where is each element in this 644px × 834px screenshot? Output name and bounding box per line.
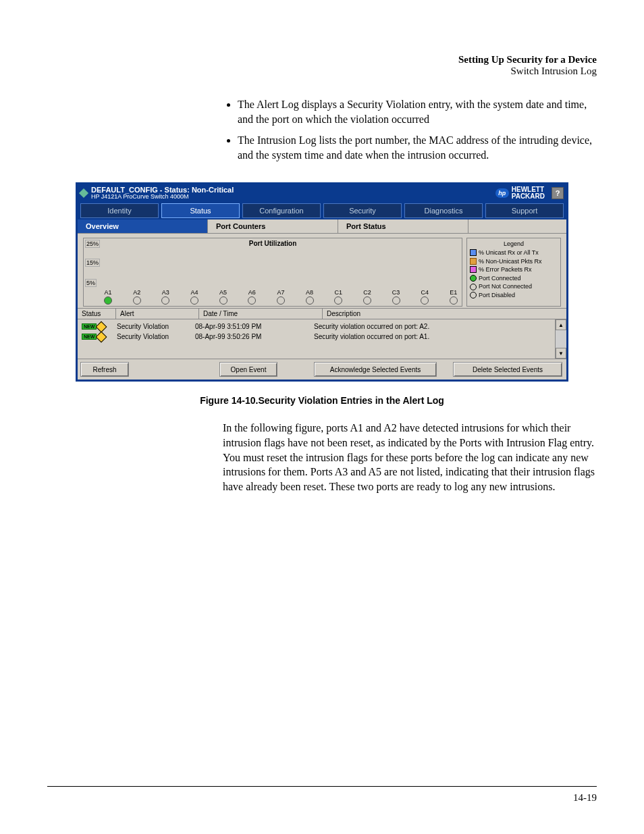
- header-title: Setting Up Security for a Device: [47, 54, 597, 66]
- chart-title: Port Utilization: [84, 240, 462, 247]
- window-subtitle: HP J4121A ProCurve Switch 4000M: [91, 194, 234, 200]
- bullet-item: The Intrusion Log lists the port number,…: [238, 133, 597, 162]
- help-button[interactable]: ?: [552, 187, 564, 199]
- port-column: E1: [450, 289, 458, 305]
- port-column: A8: [306, 289, 314, 305]
- delete-button[interactable]: Delete Selected Events: [453, 362, 562, 377]
- chart-legend: Legend % Unicast Rx or All Tx % Non-Unic…: [466, 238, 561, 307]
- chart-area: Port Utilization 25% 15% 5% A1A2A3A4A5A6…: [78, 234, 566, 308]
- port-column: A3: [161, 289, 169, 305]
- legend-swatch-icon: [470, 275, 477, 282]
- warning-icon: [96, 321, 107, 332]
- port-status-icon: [248, 296, 256, 305]
- port-status-icon: [334, 296, 342, 305]
- sub-nav: Overview Port Counters Port Status: [78, 219, 566, 234]
- alert-row[interactable]: NEWSecurity Violation08-Apr-99 3:51:09 P…: [82, 321, 551, 332]
- legend-swatch-icon: [470, 266, 477, 273]
- refresh-button[interactable]: Refresh: [80, 362, 129, 377]
- port-label: C1: [334, 289, 342, 296]
- status-icon: [79, 188, 88, 198]
- port-label: A1: [104, 289, 111, 296]
- port-status-icon: [219, 296, 227, 305]
- port-column: A1: [104, 289, 112, 305]
- bullet-list: The Alert Log displays a Security Violat…: [223, 97, 597, 162]
- col-description[interactable]: Description: [323, 309, 566, 319]
- port-status-icon: [190, 296, 198, 305]
- new-badge: NEW: [82, 334, 97, 340]
- open-event-button[interactable]: Open Event: [219, 362, 277, 377]
- subtab-port-status[interactable]: Port Status: [338, 219, 468, 234]
- subtab-overview[interactable]: Overview: [78, 219, 208, 234]
- tab-support[interactable]: Support: [485, 203, 564, 218]
- port-status-icon: [392, 296, 400, 305]
- titlebar: DEFAULT_CONFIG - Status: Non-Critical HP…: [78, 184, 566, 202]
- port-label: A5: [219, 289, 227, 296]
- main-nav: Identity Status Configuration Security D…: [78, 202, 566, 219]
- port-status-icon: [161, 296, 169, 305]
- legend-swatch-icon: [470, 292, 477, 298]
- alert-table-body: NEWSecurity Violation08-Apr-99 3:51:09 P…: [78, 319, 566, 359]
- legend-swatch-icon: [470, 258, 477, 265]
- button-row: Refresh Open Event Acknowledge Selected …: [78, 359, 566, 380]
- port-label: E1: [450, 289, 457, 296]
- page-header: Setting Up Security for a Device Switch …: [47, 54, 597, 77]
- page-number: 14-19: [573, 792, 597, 804]
- port-status-icon: [421, 296, 429, 305]
- port-label: C2: [363, 289, 371, 296]
- figure-caption: Figure 14-10.Security Violation Entries …: [78, 395, 566, 406]
- port-column: A7: [277, 289, 285, 305]
- y-tick: 15%: [85, 259, 100, 267]
- legend-title: Legend: [470, 240, 558, 249]
- port-status-icon: [133, 296, 141, 305]
- legend-swatch-icon: [470, 249, 477, 256]
- alert-type: Security Violation: [117, 323, 195, 330]
- hp-logo: hp HEWLETT PACKARD: [495, 186, 545, 200]
- alert-type: Security Violation: [117, 333, 195, 340]
- footer-rule: [47, 786, 597, 787]
- tab-diagnostics[interactable]: Diagnostics: [404, 203, 483, 218]
- port-status-icon: [104, 296, 112, 305]
- tab-status[interactable]: Status: [161, 203, 240, 218]
- tab-configuration[interactable]: Configuration: [242, 203, 321, 218]
- alert-row[interactable]: NEWSecurity Violation08-Apr-99 3:50:26 P…: [82, 332, 551, 342]
- port-column: C2: [363, 289, 371, 305]
- alert-table-header: Status Alert Date / Time Description: [78, 308, 566, 319]
- alert-datetime: 08-Apr-99 3:51:09 PM: [195, 323, 314, 330]
- scroll-down-icon[interactable]: ▼: [556, 348, 566, 359]
- legend-swatch-icon: [470, 284, 477, 290]
- tab-security[interactable]: Security: [323, 203, 402, 218]
- port-label: C4: [421, 289, 429, 296]
- port-column: A4: [190, 289, 198, 305]
- port-column: C3: [392, 289, 400, 305]
- port-column: C1: [334, 289, 342, 305]
- port-status-icon: [306, 296, 314, 305]
- port-column: A6: [248, 289, 256, 305]
- bullet-item: The Alert Log displays a Security Violat…: [238, 97, 597, 126]
- port-label: A3: [162, 289, 169, 296]
- new-badge: NEW: [82, 323, 97, 330]
- tab-identity[interactable]: Identity: [80, 203, 159, 218]
- body-paragraph: In the following figure, ports A1 and A2…: [223, 421, 597, 494]
- port-label: A4: [190, 289, 198, 296]
- y-tick: 25%: [85, 240, 100, 248]
- port-status-icon: [363, 296, 371, 305]
- port-label: A2: [133, 289, 140, 296]
- port-column: A5: [219, 289, 227, 305]
- col-alert[interactable]: Alert: [116, 309, 199, 319]
- alert-description: Security violation occurred on port: A2.: [314, 323, 551, 330]
- acknowledge-button[interactable]: Acknowledge Selected Events: [314, 362, 437, 377]
- port-label: A7: [277, 289, 284, 296]
- header-subtitle: Switch Intrusion Log: [47, 66, 597, 77]
- scroll-up-icon[interactable]: ▲: [556, 319, 566, 330]
- col-status[interactable]: Status: [78, 309, 116, 319]
- col-datetime[interactable]: Date / Time: [199, 309, 323, 319]
- port-status-icon: [450, 296, 458, 305]
- port-label: A6: [248, 289, 256, 296]
- alert-description: Security violation occurred on port: A1.: [314, 333, 551, 340]
- scrollbar[interactable]: ▲ ▼: [555, 319, 566, 359]
- y-tick: 5%: [85, 279, 97, 287]
- port-label: C3: [392, 289, 400, 296]
- port-utilization-chart: Port Utilization 25% 15% 5% A1A2A3A4A5A6…: [83, 238, 462, 307]
- alert-datetime: 08-Apr-99 3:50:26 PM: [195, 333, 314, 340]
- subtab-port-counters[interactable]: Port Counters: [208, 219, 338, 234]
